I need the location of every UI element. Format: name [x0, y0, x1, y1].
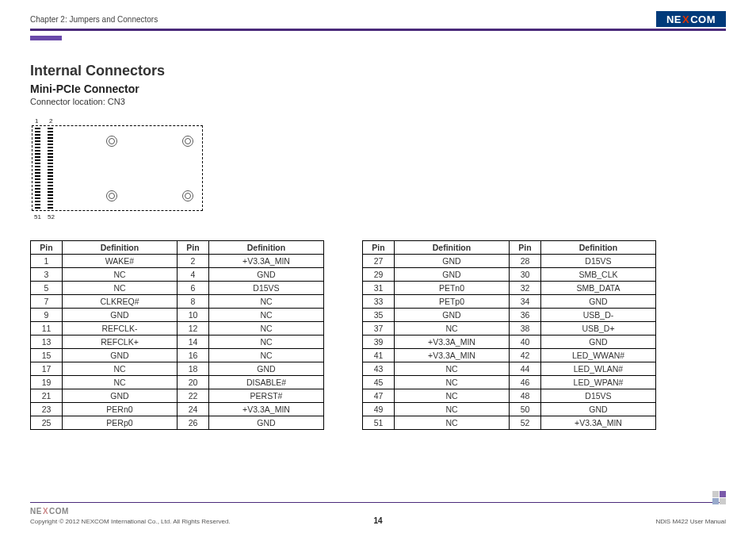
table-row: 3NC4GND [31, 268, 324, 282]
definition-cell: GND [209, 268, 324, 282]
definition-cell: NC [63, 362, 178, 376]
accent-bar [30, 36, 62, 40]
definition-cell: D15VS [541, 389, 656, 403]
definition-cell: GND [63, 309, 178, 322]
table-row: 49NC50GND [363, 403, 656, 416]
definition-cell: LED_WWAN# [541, 349, 656, 362]
connector-diagram: 1 2 51 52 [32, 117, 204, 220]
pin-table-right: Pin Definition Pin Definition 27GND28D15… [362, 240, 656, 430]
section-subtitle: Mini-PCIe Connector [30, 82, 726, 95]
pin-cell: 10 [178, 309, 209, 322]
pin-cell: 1 [31, 255, 63, 268]
connector-location: Connector location: CN3 [30, 97, 726, 106]
pin-cell: 19 [31, 376, 63, 389]
col-def: Definition [395, 241, 510, 255]
mount-hole-icon [106, 190, 117, 201]
pin-cell: 35 [363, 309, 395, 322]
table-row: 1WAKE#2+V3.3A_MIN [31, 255, 324, 268]
table-row: 7CLKREQ#8NC [31, 295, 324, 309]
pin-cell: 52 [510, 416, 541, 430]
pin-cell: 26 [178, 416, 209, 430]
pin-cell: 17 [31, 362, 63, 376]
mount-hole-icon [182, 136, 193, 147]
pin-cell: 39 [363, 336, 395, 349]
pin-cell: 31 [363, 282, 395, 295]
definition-cell: SMB_DATA [541, 282, 656, 295]
table-row: 27GND28D15VS [363, 255, 656, 268]
table-row: 35GND36USB_D- [363, 309, 656, 322]
definition-cell: NC [63, 376, 178, 389]
table-row: 11REFCLK-12NC [31, 322, 324, 336]
pin-cell: 29 [363, 268, 395, 282]
definition-cell: GND [63, 389, 178, 403]
pin-cell: 28 [510, 255, 541, 268]
definition-cell: GND [541, 295, 656, 309]
table-row: 25PERp026GND [31, 416, 324, 430]
pin-cell: 43 [363, 362, 395, 376]
pin-cell: 51 [363, 416, 395, 430]
col-def: Definition [541, 241, 656, 255]
footer-squares-icon [712, 491, 726, 504]
pin-cell: 6 [178, 282, 209, 295]
definition-cell: REFCLK- [63, 322, 178, 336]
definition-cell: GND [395, 268, 510, 282]
pin-cell: 24 [178, 403, 209, 416]
definition-cell: NC [395, 362, 510, 376]
pin-cell: 37 [363, 322, 395, 336]
pin-label-51: 51 [34, 213, 41, 220]
pin-cell: 3 [31, 268, 63, 282]
table-row: 47NC48D15VS [363, 389, 656, 403]
col-pin: Pin [31, 241, 63, 255]
mount-hole-icon [106, 136, 117, 147]
definition-cell: +V3.3A_MIN [395, 336, 510, 349]
table-row: 39+V3.3A_MIN40GND [363, 336, 656, 349]
pin-cell: 33 [363, 295, 395, 309]
definition-cell: NC [395, 403, 510, 416]
pin-cell: 32 [510, 282, 541, 295]
definition-cell: NC [209, 336, 324, 349]
pin-cell: 42 [510, 349, 541, 362]
definition-cell: GND [209, 362, 324, 376]
definition-cell: NC [395, 416, 510, 430]
table-row: 15GND16NC [31, 349, 324, 362]
pin-cell: 27 [363, 255, 395, 268]
pin-cell: 11 [31, 322, 63, 336]
definition-cell: USB_D- [541, 309, 656, 322]
table-row: 45NC46LED_WPAN# [363, 376, 656, 389]
pin-cell: 22 [178, 389, 209, 403]
copyright: Copyright © 2012 NEXCOM International Co… [30, 518, 231, 525]
definition-cell: NC [209, 322, 324, 336]
definition-cell: +V3.3A_MIN [541, 416, 656, 430]
pin-column-even [48, 128, 53, 209]
pin-label-52: 52 [48, 213, 55, 220]
table-row: 43NC44LED_WLAN# [363, 362, 656, 376]
page-title: Internal Connectors [30, 63, 726, 79]
pin-cell: 7 [31, 295, 63, 309]
col-pin: Pin [178, 241, 209, 255]
definition-cell: SMB_CLK [541, 268, 656, 282]
col-pin: Pin [363, 241, 395, 255]
definition-cell: D15VS [209, 282, 324, 295]
definition-cell: WAKE# [63, 255, 178, 268]
pin-cell: 36 [510, 309, 541, 322]
pin-cell: 38 [510, 322, 541, 336]
chapter-label: Chapter 2: Jumpers and Connectors [30, 15, 158, 24]
logo-top: NEXCOM [656, 11, 726, 27]
pin-cell: 23 [31, 403, 63, 416]
definition-cell: PERST# [209, 389, 324, 403]
pin-cell: 21 [31, 389, 63, 403]
definition-cell: LED_WLAN# [541, 362, 656, 376]
definition-cell: GND [209, 416, 324, 430]
pin-cell: 41 [363, 349, 395, 362]
pin-cell: 16 [178, 349, 209, 362]
pin-cell: 14 [178, 336, 209, 349]
pin-column-odd [35, 128, 40, 209]
definition-cell: NC [395, 389, 510, 403]
pin-table-left: Pin Definition Pin Definition 1WAKE#2+V3… [30, 240, 324, 430]
definition-cell: NC [395, 322, 510, 336]
table-row: 33PETp034GND [363, 295, 656, 309]
definition-cell: GND [395, 255, 510, 268]
table-header-row: Pin Definition Pin Definition [363, 241, 656, 255]
table-row: 37NC38USB_D+ [363, 322, 656, 336]
definition-cell: GND [395, 309, 510, 322]
